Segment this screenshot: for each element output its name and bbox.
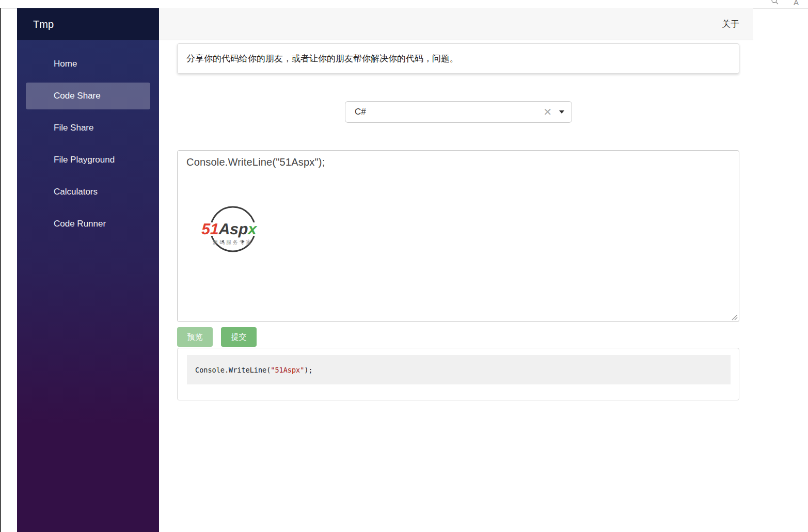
sidebar-item-calculators[interactable]: Calculators xyxy=(26,179,150,205)
code-preview-line: Console.WriteLine("51Aspx"); xyxy=(195,366,313,374)
browser-chrome-strip: A xyxy=(0,0,808,9)
resize-grip[interactable] xyxy=(731,314,738,320)
about-link[interactable]: 关于 xyxy=(722,8,739,40)
intro-text: 分享你的代码给你的朋友，或者让你的朋友帮你解决你的代码，问题。 xyxy=(186,53,458,65)
code-input-area[interactable]: Console.WriteLine("51Aspx"); 51Aspx 源码服务… xyxy=(177,150,739,322)
sidebar-item-code-runner[interactable]: Code Runner xyxy=(26,211,150,237)
intro-card: 分享你的代码给你的朋友，或者让你的朋友帮你解决你的代码，问题。 xyxy=(177,43,739,74)
top-navbar: 关于 xyxy=(159,8,753,40)
code-string-literal: "51Aspx" xyxy=(271,366,304,374)
code-prefix: Console.WriteLine( xyxy=(195,366,271,374)
sidebar: Tmp Home Code Share File Share File Play… xyxy=(17,8,159,532)
sidebar-nav: Home Code Share File Share File Playgrou… xyxy=(17,40,159,532)
code-preview-block: Console.WriteLine("51Aspx"); xyxy=(187,355,731,384)
sidebar-item-file-share[interactable]: File Share xyxy=(26,115,150,141)
language-select-value: C# xyxy=(355,107,543,117)
logo-tagline: 源码服务专家 xyxy=(212,239,253,245)
preview-output-card: Console.WriteLine("51Aspx"); xyxy=(177,348,739,400)
chevron-down-icon[interactable] xyxy=(559,110,564,114)
font-size-icon[interactable]: A xyxy=(794,0,799,7)
logo-text: 51Aspx xyxy=(201,220,258,237)
app-title: Tmp xyxy=(33,19,54,30)
sidebar-item-code-share[interactable]: Code Share xyxy=(26,83,150,109)
language-select[interactable]: C# ✕ xyxy=(345,101,572,123)
clear-icon[interactable]: ✕ xyxy=(543,107,552,117)
sidebar-header: Tmp xyxy=(17,8,159,40)
code-input-text: Console.WriteLine("51Aspx"); xyxy=(186,156,325,168)
sidebar-item-home[interactable]: Home xyxy=(26,51,150,77)
code-suffix: ); xyxy=(304,366,312,374)
submit-button[interactable]: 提交 xyxy=(221,327,257,347)
window-left-border xyxy=(0,8,1,532)
preview-button[interactable]: 预览 xyxy=(177,327,213,347)
sidebar-item-file-playground[interactable]: File Playground xyxy=(26,147,150,173)
51aspx-watermark-logo: 51Aspx 源码服务专家 xyxy=(201,205,265,255)
search-icon[interactable] xyxy=(771,0,779,7)
app-window: A Tmp Home Code Share File Share File Pl… xyxy=(0,0,808,532)
